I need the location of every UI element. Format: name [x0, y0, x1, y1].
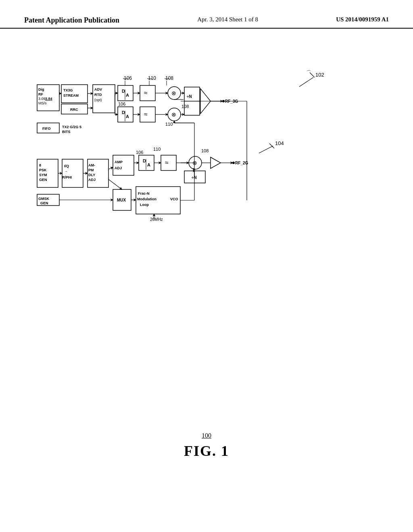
- header-center-label: Apr. 3, 2014 Sheet 1 of 8: [197, 16, 258, 23]
- circuit-diagram: 102 ⌒ Dig RF 3.09 3.84 MS/s TX3G STREAM …: [25, 64, 388, 298]
- svg-text:D: D: [122, 89, 125, 94]
- svg-text:÷N: ÷N: [187, 94, 192, 99]
- svg-text:PSK: PSK: [39, 168, 47, 172]
- svg-text:110: 110: [153, 147, 161, 152]
- svg-rect-76: [62, 159, 83, 187]
- svg-text:Loop: Loop: [140, 203, 149, 207]
- svg-text:3.09: 3.09: [38, 97, 46, 101]
- svg-point-110: [232, 162, 235, 164]
- svg-text:BITS: BITS: [62, 130, 71, 134]
- svg-text:PM: PM: [88, 168, 94, 172]
- svg-text:D: D: [122, 110, 125, 115]
- svg-marker-101: [211, 157, 221, 168]
- svg-text:RF_2G: RF_2G: [235, 161, 248, 165]
- svg-text:≈: ≈: [144, 89, 148, 96]
- svg-text:RF: RF: [38, 92, 43, 96]
- svg-line-0: [299, 77, 313, 87]
- svg-text:ADJ: ADJ: [115, 166, 122, 170]
- svg-text:106: 106: [124, 75, 132, 81]
- svg-text:I/Q: I/Q: [64, 164, 69, 168]
- svg-text:108: 108: [201, 148, 209, 153]
- svg-text:⌒: ⌒: [306, 70, 311, 76]
- svg-text:106: 106: [136, 150, 143, 155]
- svg-text:≈: ≈: [144, 111, 148, 118]
- svg-text:VCO: VCO: [170, 197, 178, 201]
- svg-text:Modulation: Modulation: [137, 197, 156, 201]
- svg-line-125: [108, 179, 122, 189]
- svg-text:108: 108: [181, 104, 189, 109]
- svg-text:A: A: [126, 93, 129, 98]
- svg-text:TX3G: TX3G: [63, 88, 73, 92]
- svg-text:Dig: Dig: [38, 87, 44, 91]
- svg-text:ADJ: ADJ: [88, 178, 96, 182]
- svg-line-108: [108, 167, 113, 169]
- ref-number-100: 100: [202, 432, 211, 439]
- svg-text:A: A: [147, 162, 150, 167]
- svg-text:GMSK: GMSK: [38, 197, 50, 201]
- svg-text:FIFO: FIFO: [42, 127, 51, 131]
- svg-text:→: →: [64, 169, 68, 173]
- svg-text:⊗: ⊗: [171, 111, 176, 118]
- svg-text:GEN: GEN: [40, 201, 48, 205]
- svg-rect-34: [118, 85, 133, 101]
- ref-102: 102: [315, 72, 324, 78]
- svg-rect-94: [161, 155, 176, 170]
- header-left-label: Patent Application Publication: [24, 16, 119, 25]
- diagram-area: 102 ⌒ Dig RF 3.09 3.84 MS/s TX3G STREAM …: [24, 64, 389, 298]
- svg-text:MUX: MUX: [117, 198, 126, 202]
- svg-rect-38: [140, 85, 155, 101]
- ref-104: 104: [275, 140, 284, 146]
- svg-text:MS/s: MS/s: [38, 101, 47, 105]
- svg-rect-88: [139, 155, 154, 170]
- svg-line-69: [259, 146, 273, 153]
- svg-text:106: 106: [118, 102, 125, 106]
- page-header: Patent Application Publication Apr. 3, 2…: [0, 0, 413, 29]
- svg-text:AMP: AMP: [115, 160, 123, 164]
- svg-text:D: D: [143, 158, 146, 163]
- svg-text:R/PHI: R/PHI: [62, 175, 72, 179]
- svg-text:108: 108: [165, 75, 173, 81]
- svg-rect-50: [140, 107, 155, 122]
- svg-text:STREAM: STREAM: [63, 94, 79, 98]
- svg-text:÷N: ÷N: [192, 175, 197, 180]
- svg-text:Frac-N: Frac-N: [138, 191, 150, 195]
- svg-text:ADV: ADV: [94, 87, 102, 91]
- svg-text:A: A: [126, 114, 129, 119]
- svg-text:RTD: RTD: [94, 93, 102, 97]
- svg-text:(opt): (opt): [94, 98, 102, 102]
- svg-text:3.84: 3.84: [45, 97, 52, 101]
- svg-text:110: 110: [165, 122, 173, 127]
- svg-rect-85: [113, 155, 134, 175]
- header-right-label: US 2014/0091959 A1: [336, 16, 389, 23]
- svg-text:SYM: SYM: [39, 173, 47, 177]
- svg-text:26MHz: 26MHz: [150, 217, 163, 222]
- svg-text:GEN: GEN: [39, 178, 47, 182]
- svg-text:DLY: DLY: [88, 173, 95, 177]
- svg-text:110: 110: [148, 75, 156, 81]
- svg-text:TX2 G/2G 5: TX2 G/2G 5: [62, 125, 81, 129]
- svg-text:AM-: AM-: [88, 163, 95, 167]
- svg-text:≈: ≈: [165, 159, 169, 166]
- svg-rect-45: [118, 107, 133, 122]
- svg-text:8: 8: [39, 163, 41, 167]
- svg-text:⊗: ⊗: [171, 90, 176, 96]
- svg-text:RRC: RRC: [70, 108, 78, 112]
- figure-label: FIG. 1: [184, 443, 229, 459]
